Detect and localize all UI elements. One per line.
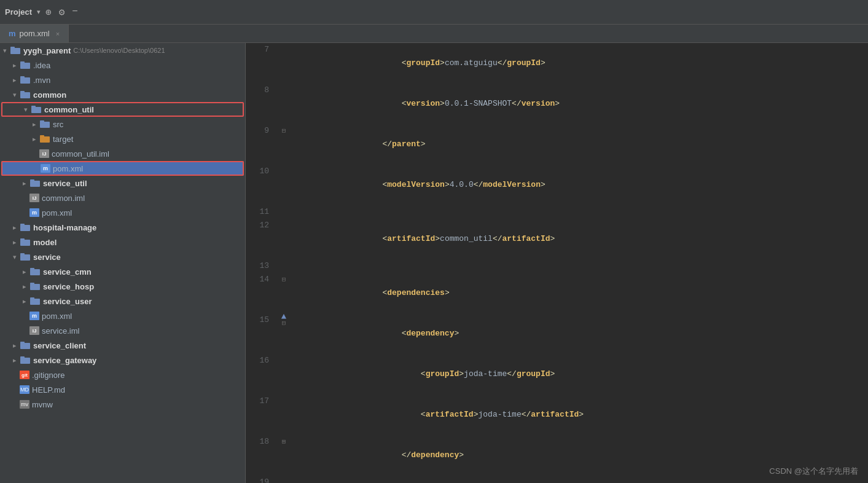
folder-icon-service	[20, 253, 31, 261]
sidebar-item-target[interactable]: target	[0, 132, 245, 146]
title-bar: Project ▾ ⊕ ⚙ −	[0, 0, 868, 25]
help-icon: MD	[20, 385, 29, 394]
code-content-7: <groupId>com.atguigu</groupId>	[291, 43, 868, 84]
svg-rect-19	[20, 238, 25, 240]
svg-rect-28	[20, 343, 30, 349]
code-content-12: <artifactId>common_util</artifactId>	[291, 219, 868, 259]
sidebar-item-common-util[interactable]: common_util	[1, 102, 244, 117]
gutter-9: ⊟	[276, 124, 291, 165]
toolbar-icons: ⊕ ⚙ −	[45, 6, 78, 18]
sidebar-item-common[interactable]: common	[0, 87, 245, 102]
folder-icon-root	[10, 46, 21, 55]
code-row-7: 7 <groupId>com.atguigu</groupId>	[246, 43, 868, 84]
expand-arrow	[10, 356, 20, 364]
folder-icon	[20, 61, 31, 69]
folder-icon-service-gateway	[20, 356, 31, 364]
gutter-10	[276, 165, 291, 205]
tab-close-button[interactable]: ×	[56, 30, 60, 37]
code-row-10: 10 <modelVersion>4.0.0</modelVersion>	[246, 165, 868, 205]
code-row-16: 16 <groupId>joda-time</groupId>	[246, 354, 868, 395]
gutter-12	[276, 219, 291, 259]
code-content-14: <dependencies>	[291, 273, 868, 313]
item-label-pom-xml-common: pom.xml	[42, 208, 72, 218]
sidebar-item-common-util-iml[interactable]: IJ common_util.iml	[0, 146, 245, 161]
svg-rect-12	[40, 136, 50, 143]
sidebar-item-pom-xml-service[interactable]: m pom.xml	[0, 308, 245, 323]
gutter-15: ▲ ⊟	[276, 313, 291, 354]
sidebar-item-service-gateway[interactable]: service_gateway	[0, 353, 245, 367]
item-label-pom-xml-service: pom.xml	[42, 312, 72, 321]
sidebar-item-service-hosp[interactable]: service_hosp	[0, 279, 245, 294]
project-sidebar: yygh_parent C:\Users\lenovo\Desktop\0621…	[0, 43, 246, 483]
sidebar-item-src[interactable]: src	[0, 117, 245, 132]
root-label: yygh_parent	[23, 46, 71, 55]
item-label-service-cmn: service_cmn	[43, 267, 92, 277]
fold-indicator[interactable]: ⊟	[282, 320, 286, 327]
code-table: 7 <groupId>com.atguigu</groupId> 8 <vers…	[246, 43, 868, 483]
item-label-pom-xml: pom.xml	[53, 164, 83, 173]
expand-arrow	[21, 106, 31, 114]
main-layout: yygh_parent C:\Users\lenovo\Desktop\0621…	[0, 43, 868, 483]
sidebar-item-hospital-manage[interactable]: hospital-manage	[0, 220, 245, 235]
folder-icon-service-client	[20, 341, 31, 350]
sidebar-item-help-md[interactable]: MD HELP.md	[0, 382, 245, 397]
svg-rect-14	[30, 181, 40, 187]
line-number: 9	[246, 124, 276, 165]
expand-arrow	[10, 61, 20, 69]
sidebar-item-gitignore[interactable]: git .gitignore	[0, 367, 245, 382]
expand-arrow	[10, 253, 20, 261]
svg-rect-4	[20, 77, 30, 84]
sidebar-item-service[interactable]: service	[0, 249, 245, 264]
svg-rect-25	[30, 283, 34, 285]
svg-rect-3	[20, 61, 25, 63]
sidebar-item-service-iml[interactable]: IJ service.iml	[0, 323, 245, 338]
settings-icon[interactable]: ⚙	[59, 6, 65, 18]
fold-indicator[interactable]: ⊞	[282, 438, 286, 446]
line-number: 15	[246, 313, 276, 354]
sidebar-item-mvnw[interactable]: mv mvnw	[0, 397, 245, 412]
svg-rect-18	[20, 240, 30, 246]
item-label-target: target	[53, 135, 73, 144]
line-number: 19	[246, 476, 276, 483]
expand-arrow	[10, 238, 20, 246]
code-row-8: 8 <version>0.0.1-SNAPSHOT</version>	[246, 84, 868, 124]
item-label-service-util: service_util	[43, 179, 87, 188]
svg-rect-10	[40, 122, 50, 128]
minimize-icon[interactable]: −	[72, 6, 78, 18]
sidebar-item-pom-xml-inner[interactable]: m pom.xml	[1, 161, 244, 176]
fold-indicator[interactable]: ⊟	[282, 127, 286, 135]
sidebar-item-service-user[interactable]: service_user	[0, 294, 245, 308]
tab-bar: m pom.xml ×	[0, 25, 868, 43]
svg-rect-7	[20, 91, 25, 93]
sidebar-item-common-iml[interactable]: IJ common.iml	[0, 190, 245, 205]
dropdown-icon[interactable]: ▾	[37, 8, 41, 16]
sidebar-item-service-client[interactable]: service_client	[0, 338, 245, 353]
sidebar-item-service-util[interactable]: service_util	[0, 176, 245, 190]
svg-rect-1	[10, 47, 15, 49]
svg-rect-9	[31, 106, 36, 108]
sidebar-item-mvn[interactable]: .mvn	[0, 73, 245, 87]
folder-icon	[20, 76, 31, 84]
item-label-src: src	[53, 120, 63, 129]
code-content-16: <groupId>joda-time</groupId>	[291, 354, 868, 395]
folder-icon-model	[20, 238, 31, 246]
expand-arrow	[20, 268, 29, 276]
crosshair-icon[interactable]: ⊕	[45, 6, 52, 18]
folder-icon-hospital	[20, 223, 31, 232]
iml-icon: IJ	[29, 326, 39, 335]
sidebar-item-pom-xml-common[interactable]: m pom.xml	[0, 205, 245, 220]
sidebar-item-model[interactable]: model	[0, 235, 245, 249]
tab-pom-xml[interactable]: m pom.xml ×	[0, 25, 69, 42]
root-path: C:\Users\lenovo\Desktop\0621	[73, 47, 165, 54]
mvnw-icon: mv	[20, 400, 29, 409]
line-number: 13	[246, 259, 276, 273]
expand-arrow	[0, 47, 10, 55]
fold-indicator[interactable]: ⊟	[282, 276, 286, 283]
item-label-common-iml: common.iml	[42, 194, 85, 203]
item-label-gitignore: .gitignore	[32, 371, 65, 380]
code-content[interactable]: 7 <groupId>com.atguigu</groupId> 8 <vers…	[246, 43, 868, 483]
sidebar-item-yygh-parent[interactable]: yygh_parent C:\Users\lenovo\Desktop\0621	[0, 43, 245, 58]
sidebar-item-idea[interactable]: .idea	[0, 58, 245, 73]
gutter-11	[276, 205, 291, 219]
sidebar-item-service-cmn[interactable]: service_cmn	[0, 264, 245, 279]
